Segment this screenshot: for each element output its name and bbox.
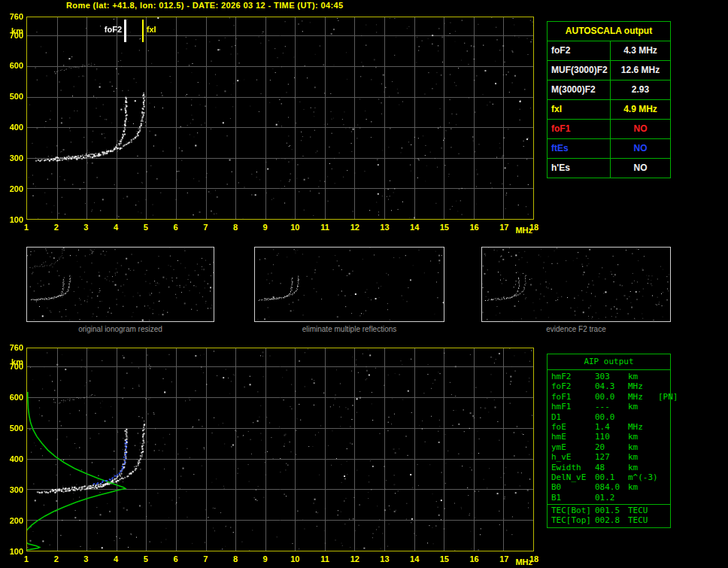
y-tick-label: 500 <box>0 424 23 433</box>
aip-output-table: AIP output hmF2303kmfoF204.3MHzfoF100.0M… <box>547 354 671 528</box>
aip-row-foe: foE1.4MHz <box>548 422 670 432</box>
aip-param-value: 00.1 <box>595 472 628 482</box>
aip-row-hme: hmE110km <box>548 432 670 442</box>
aip-row-fof2: foF204.3MHz <box>548 381 670 391</box>
aip-row-tecbot: TEC[Bot]001.5TECU <box>548 504 670 515</box>
autoscala-param-name: foF2 <box>548 41 611 60</box>
autoscala-param-name: h'Es <box>548 159 611 178</box>
aip-row-hmf2: hmF2303km <box>548 372 670 381</box>
aip-param-unit: MHz <box>628 392 658 402</box>
aip-param-name: hmF1 <box>551 402 595 412</box>
y-tick-label: 100 <box>0 215 23 224</box>
aip-param-extra <box>658 452 670 462</box>
y-tick-label: 200 <box>0 184 23 193</box>
x-tick-label: 14 <box>410 223 419 232</box>
aip-param-extra <box>658 515 670 525</box>
autoscala-table-rows: foF24.3 MHzMUF(3000)F212.6 MHzM(3000)F22… <box>548 41 670 178</box>
aip-param-name: TEC[Bot] <box>551 506 595 515</box>
autoscala-row-ftes: ftEsNO <box>548 139 670 159</box>
aip-param-unit: m^(-3) <box>628 472 658 482</box>
autoscala-param-value: 12.6 MHz <box>611 61 670 80</box>
profile-ionogram-plot <box>26 348 534 551</box>
thumbnail-caption-f2-trace: evidence F2 trace <box>481 325 671 333</box>
y-axis-unit: km <box>0 357 23 366</box>
autoscaled-ionogram-plot <box>26 17 534 220</box>
aip-param-extra <box>658 422 670 432</box>
autoscala-row-fxi: fxI4.9 MHz <box>548 100 670 120</box>
autoscala-row-fof1: foF1NO <box>548 120 670 139</box>
aip-param-unit: TECU <box>628 515 658 525</box>
aip-param-name: Ewidth <box>551 463 595 472</box>
aip-param-extra <box>658 506 670 515</box>
aip-param-extra <box>658 472 670 482</box>
autoscala-param-name: foF1 <box>548 120 611 138</box>
aip-row-tectop: TEC[Top]002.8TECU <box>548 515 670 525</box>
aip-row-yme: ymE20km <box>548 442 670 452</box>
x-tick-label: 11 <box>320 554 329 563</box>
aip-param-unit: km <box>628 452 658 462</box>
autoscaled-ionogram-canvas <box>27 17 533 219</box>
thumbnail-original-canvas <box>27 248 214 321</box>
aip-row-hve: h_vE127km <box>548 452 670 462</box>
aip-param-value: 00.0 <box>595 392 628 402</box>
aip-param-unit: km <box>628 432 658 442</box>
aip-param-name: B0 <box>551 482 595 492</box>
x-tick-label: 12 <box>350 554 359 563</box>
thumbnail-original-ionogram <box>26 247 214 322</box>
autoscala-row-m3000f2: M(3000)F22.93 <box>548 80 670 100</box>
x-tick-label: 15 <box>440 554 449 563</box>
aip-param-extra <box>658 402 670 412</box>
autoscala-param-value: NO <box>611 120 670 138</box>
aip-param-name: foE <box>551 422 595 432</box>
fof2-marker-label: foF2 <box>88 25 122 34</box>
y-tick-label: 760 <box>0 343 23 352</box>
thumbnail-f2-trace-canvas <box>482 248 670 321</box>
x-tick-label: 15 <box>440 223 449 232</box>
x-tick-label: 10 <box>290 554 299 563</box>
x-tick-label: 7 <box>203 554 208 563</box>
aip-table-rows: hmF2303kmfoF204.3MHzfoF100.0MHz[PN]hmF1-… <box>548 372 670 526</box>
aip-param-extra <box>658 493 670 503</box>
autoscala-table-header: AUTOSCALA output <box>548 22 670 41</box>
aip-param-name: ymE <box>551 442 595 452</box>
aip-param-unit: MHz <box>628 381 658 391</box>
aip-param-unit: km <box>628 402 658 412</box>
autoscala-row-muf3000f2: MUF(3000)F212.6 MHz <box>548 61 670 80</box>
aip-row-delnve: DelN_vE00.1m^(-3) <box>548 472 670 482</box>
autoscala-output-table: AUTOSCALA output foF24.3 MHzMUF(3000)F21… <box>547 21 671 178</box>
aip-param-unit: km <box>628 442 658 452</box>
aip-param-value: 127 <box>595 452 628 462</box>
aip-param-name: h_vE <box>551 452 595 462</box>
aip-param-value: 1.4 <box>595 422 628 432</box>
y-tick-label: 300 <box>0 485 23 494</box>
y-tick-label: 400 <box>0 454 23 463</box>
fof2-marker-line <box>124 20 126 42</box>
x-tick-label: 16 <box>469 223 478 232</box>
y-tick-label: 600 <box>0 61 23 70</box>
aip-param-extra <box>658 381 670 391</box>
y-tick-label: 400 <box>0 123 23 132</box>
x-tick-label: 9 <box>263 554 268 563</box>
thumbnail-caption-original: original ionogram resized <box>26 325 214 333</box>
x-tick-label: 11 <box>320 223 329 232</box>
x-tick-label: 5 <box>144 223 148 232</box>
autoscala-window: Rome (lat: +41.8, lon: 012.5) - DATE: 20… <box>0 0 728 568</box>
aip-param-value: 04.3 <box>595 381 628 391</box>
aip-row-d1: D100.0 <box>548 412 670 422</box>
x-tick-label: 4 <box>114 554 118 563</box>
profile-ionogram-canvas <box>27 348 533 551</box>
aip-param-value: 01.2 <box>595 493 628 503</box>
x-tick-label: 14 <box>410 554 419 563</box>
aip-param-value: 20 <box>595 442 628 452</box>
aip-param-name: hmF2 <box>551 372 595 381</box>
autoscala-param-name: fxI <box>548 100 611 119</box>
autoscala-row-hes: h'EsNO <box>548 159 670 178</box>
x-tick-label: 2 <box>54 223 59 232</box>
thumbnail-caption-no-multiples: eliminate multiple reflections <box>254 325 444 333</box>
x-tick-label: 10 <box>290 223 299 232</box>
x-tick-label: 6 <box>173 223 177 232</box>
autoscala-param-name: MUF(3000)F2 <box>548 61 611 80</box>
autoscala-param-value: 2.93 <box>611 80 670 99</box>
aip-param-value: 303 <box>595 372 628 381</box>
aip-param-name: B1 <box>551 493 595 503</box>
